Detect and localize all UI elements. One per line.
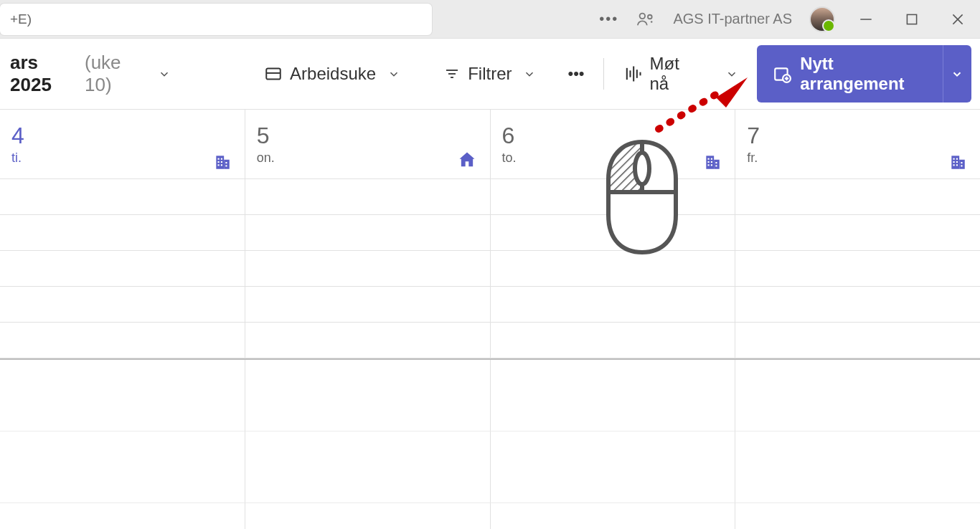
calendar-cell[interactable] (0, 323, 245, 358)
svg-rect-22 (224, 160, 230, 169)
calendar-cell[interactable] (245, 287, 490, 323)
svg-rect-4 (907, 14, 916, 24)
filter-icon (443, 65, 461, 82)
calendar-cell[interactable] (735, 323, 980, 358)
month-picker[interactable]: ars 2025 (uke 10) (3, 47, 178, 100)
svg-rect-31 (707, 156, 715, 168)
calendar-cell[interactable] (490, 251, 735, 287)
svg-rect-43 (953, 158, 955, 160)
calendar-cell[interactable] (245, 215, 490, 251)
calendar-cell[interactable] (245, 432, 490, 503)
calendar-cell[interactable] (0, 215, 245, 251)
day-name: to. (502, 151, 724, 166)
calendar-cell[interactable] (0, 287, 245, 323)
svg-rect-26 (221, 161, 222, 163)
building-icon[interactable] (213, 153, 232, 171)
new-event-dropdown[interactable] (943, 45, 971, 103)
svg-rect-45 (953, 161, 955, 163)
more-icon[interactable]: ••• (599, 11, 618, 27)
day-header[interactable]: 7 fr. (735, 110, 980, 178)
day-number: 4 (11, 123, 233, 149)
more-options-button[interactable]: ••• (560, 60, 591, 87)
all-day-section (0, 179, 980, 358)
new-event-button[interactable]: Nytt arrangement (757, 45, 943, 103)
svg-rect-27 (217, 164, 219, 166)
calendar-cell[interactable] (490, 287, 735, 323)
svg-rect-28 (221, 164, 222, 166)
search-input[interactable]: +E) (0, 4, 432, 35)
svg-point-0 (640, 13, 645, 18)
avatar[interactable] (809, 6, 835, 32)
view-picker[interactable]: Arbeidsuke (257, 59, 407, 88)
svg-rect-34 (711, 158, 712, 160)
filter-button[interactable]: Filtrer (436, 59, 543, 88)
day-header[interactable]: 6 to. (490, 110, 735, 178)
calendar-cell[interactable] (0, 251, 245, 287)
day-name: ti. (11, 151, 233, 166)
calendar-cell[interactable] (490, 432, 735, 503)
month-label: ars 2025 (10, 52, 77, 96)
calendar-cell[interactable] (0, 360, 245, 432)
day-name: fr. (747, 151, 969, 166)
svg-rect-42 (959, 160, 965, 169)
calendar-cell[interactable] (245, 251, 490, 287)
svg-rect-44 (956, 158, 958, 160)
calendar-cell[interactable] (735, 251, 980, 287)
calendar-cell[interactable] (490, 360, 735, 432)
svg-rect-36 (711, 161, 712, 163)
building-icon[interactable] (948, 153, 967, 171)
chevron-down-icon (519, 67, 536, 80)
calendar-cell[interactable] (245, 360, 490, 432)
calendar-cell[interactable] (490, 503, 735, 529)
svg-rect-21 (216, 156, 224, 168)
calendar-cell[interactable] (735, 215, 980, 251)
chevron-down-icon (383, 67, 400, 80)
calendar-cell[interactable] (0, 179, 245, 215)
svg-rect-50 (961, 165, 962, 166)
calendar-cell[interactable] (245, 179, 490, 215)
calendar-cell[interactable] (735, 287, 980, 323)
svg-rect-40 (716, 165, 717, 166)
calendar-cell[interactable] (490, 323, 735, 358)
svg-rect-32 (714, 160, 720, 169)
svg-rect-49 (961, 162, 962, 163)
calendar-cell[interactable] (735, 503, 980, 529)
day-header[interactable]: 5 on. (245, 110, 490, 178)
new-event-label: Nytt arrangement (800, 54, 927, 94)
svg-rect-7 (266, 68, 281, 79)
svg-rect-23 (217, 158, 219, 160)
day-number: 6 (502, 123, 724, 149)
svg-rect-24 (221, 158, 222, 160)
window-maximize-button[interactable] (904, 11, 923, 27)
calendar-cell[interactable] (0, 503, 245, 529)
calendar-header-row: 4 ti. 5 on. 6 to. 7 fr. (0, 109, 980, 179)
window-minimize-button[interactable] (858, 11, 877, 27)
svg-rect-33 (708, 158, 710, 160)
meet-now-dropdown[interactable] (714, 63, 745, 85)
title-bar: +E) ••• AGS IT-partner AS (0, 0, 980, 39)
meet-now-button[interactable]: Møt nå (616, 49, 705, 98)
calendar-cell[interactable] (735, 179, 980, 215)
hour-section (0, 360, 980, 529)
window-close-button[interactable] (950, 11, 969, 27)
calendar-cell[interactable] (735, 360, 980, 432)
week-label: (uke 10) (85, 52, 146, 96)
building-icon[interactable] (703, 153, 722, 171)
calendar-cell[interactable] (490, 215, 735, 251)
calendar-cell[interactable] (0, 432, 245, 503)
day-header[interactable]: 4 ti. (0, 110, 245, 178)
view-label: Arbeidsuke (290, 64, 376, 84)
calendar-cell[interactable] (245, 503, 490, 529)
org-name: AGS IT-partner AS (673, 11, 792, 27)
calendar-cell[interactable] (735, 432, 980, 503)
chevron-down-icon (154, 67, 171, 80)
calendar-body (0, 179, 980, 529)
calendar-toolbar: ars 2025 (uke 10) Arbeidsuke Filtrer ••• (0, 39, 980, 109)
calendar-cell[interactable] (245, 323, 490, 358)
calendar-cell[interactable] (490, 179, 735, 215)
meet-now-label: Møt nå (650, 54, 697, 94)
svg-point-1 (648, 14, 652, 19)
home-icon[interactable] (457, 150, 477, 170)
filter-label: Filtrer (468, 64, 512, 84)
people-activity-icon[interactable] (636, 9, 656, 29)
